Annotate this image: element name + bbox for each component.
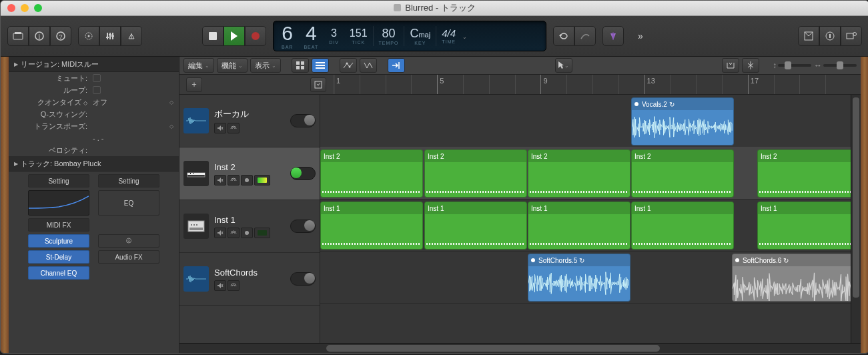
track-header[interactable]: Inst 1: [179, 200, 320, 253]
track-header[interactable]: Inst 2: [179, 147, 320, 200]
lcd-display[interactable]: 6BAR 4BEAT 3DIV 151TICK 80TEMPO CmajKEY …: [273, 21, 546, 51]
lcd-beat[interactable]: 4: [304, 23, 318, 43]
quantize-value[interactable]: オフ: [93, 97, 107, 107]
list-editors-button[interactable]: [798, 26, 819, 46]
vertical-scrollbar[interactable]: [851, 95, 861, 343]
loop-browser-button[interactable]: [841, 26, 862, 46]
grid-view-button[interactable]: [292, 58, 309, 73]
horizontal-scrollbar[interactable]: [179, 343, 861, 354]
region[interactable]: Inst 1: [528, 202, 630, 250]
midifx-slot[interactable]: MIDI FX: [28, 218, 89, 232]
loop-checkbox[interactable]: [93, 86, 101, 94]
toolbar-more-icon[interactable]: »: [630, 27, 650, 45]
play-button[interactable]: [224, 26, 245, 46]
mixer-button[interactable]: [99, 26, 121, 46]
lcd-bar[interactable]: 6: [282, 23, 293, 43]
smart-controls-button[interactable]: [78, 26, 99, 46]
track-header[interactable]: ボーカル: [179, 95, 320, 147]
functions-menu[interactable]: 機能⌄: [217, 58, 248, 73]
pointer-tool[interactable]: ⌄: [555, 58, 572, 73]
add-track-button[interactable]: ＋: [186, 77, 202, 92]
flex-button[interactable]: [360, 58, 377, 73]
track-name[interactable]: Inst 1: [214, 215, 285, 225]
track-on-off-toggle[interactable]: [290, 272, 316, 286]
stereo-slot[interactable]: ⦾: [98, 234, 159, 248]
eq-slot[interactable]: EQ: [98, 190, 159, 216]
editors-button[interactable]: [121, 26, 142, 46]
solo-button[interactable]: [228, 175, 240, 186]
mute-button[interactable]: [214, 228, 226, 238]
region[interactable]: SoftChords.6 ↻: [732, 254, 851, 302]
region[interactable]: Inst 1: [631, 202, 734, 250]
region-inspector-header[interactable]: ▶リージョン: MIDIスルー: [9, 57, 179, 72]
audiofx-slot[interactable]: Audio FX: [98, 250, 159, 264]
automation-button[interactable]: [340, 58, 357, 73]
region[interactable]: Inst 2: [320, 149, 423, 198]
region[interactable]: Inst 2: [424, 149, 527, 198]
lcd-dropdown-icon[interactable]: ⌄: [462, 34, 467, 40]
track-header[interactable]: SoftChords: [179, 253, 320, 306]
track-icon[interactable]: [183, 161, 209, 186]
track-on-off-toggle[interactable]: [290, 167, 316, 180]
region[interactable]: Inst 2: [528, 149, 630, 198]
replace-button[interactable]: [574, 26, 596, 46]
track-on-off-toggle[interactable]: [290, 220, 316, 233]
track-icon[interactable]: [183, 266, 209, 292]
global-tracks-button[interactable]: [310, 77, 326, 92]
fx-slot-1[interactable]: St-Delay: [28, 250, 89, 264]
track-on-off-toggle[interactable]: [290, 114, 316, 127]
arrange-area[interactable]: Vocals.2 ↻Inst 2Inst 2Inst 2Inst 2Inst 2…: [320, 95, 851, 343]
record-button[interactable]: [245, 26, 266, 46]
eq-thumbnail[interactable]: [28, 190, 89, 216]
lcd-key[interactable]: Cmaj: [410, 27, 430, 39]
list-view-button[interactable]: [312, 58, 329, 73]
mute-button[interactable]: [214, 280, 226, 291]
view-menu[interactable]: 表示⌄: [250, 58, 281, 73]
edit-menu[interactable]: 編集⌄: [183, 58, 214, 73]
solo-button[interactable]: [228, 228, 240, 238]
setting-slot[interactable]: Setting: [98, 174, 159, 188]
rec-enable-button[interactable]: [241, 228, 253, 238]
library-button[interactable]: [7, 26, 29, 46]
inspector-button[interactable]: i: [29, 26, 50, 46]
solo-button[interactable]: [228, 280, 240, 291]
region[interactable]: Inst 1: [424, 202, 527, 250]
track-name[interactable]: ボーカル: [214, 108, 285, 120]
region[interactable]: SoftChords.5 ↻: [528, 254, 630, 302]
cycle-button[interactable]: [553, 26, 574, 46]
notepad-button[interactable]: [819, 26, 841, 46]
snap-button[interactable]: [722, 58, 739, 73]
lcd-div[interactable]: 3: [329, 28, 339, 39]
align-button[interactable]: [742, 58, 759, 73]
horizontal-zoom-slider[interactable]: ↔: [814, 61, 857, 70]
lcd-timesig[interactable]: 4/4: [442, 28, 456, 38]
setting-slot[interactable]: Setting: [28, 174, 89, 188]
lcd-tempo[interactable]: 80: [379, 27, 399, 39]
rec-enable-button[interactable]: [241, 175, 253, 186]
track-name[interactable]: Inst 2: [214, 162, 285, 172]
tuner-button[interactable]: [602, 26, 624, 46]
region[interactable]: Vocals.2 ↻: [631, 97, 734, 145]
mute-button[interactable]: [214, 175, 226, 186]
region[interactable]: Inst 1: [320, 202, 423, 250]
region[interactable]: Inst 1: [757, 202, 851, 250]
instrument-slot[interactable]: Sculpture: [28, 234, 89, 248]
mute-checkbox[interactable]: [93, 74, 101, 82]
solo-button[interactable]: [228, 123, 240, 133]
region[interactable]: Inst 2: [631, 149, 734, 198]
track-icon[interactable]: [183, 108, 209, 133]
track-inspector-header[interactable]: ▶トラック: Bombay Pluck: [9, 156, 179, 171]
vertical-zoom-slider[interactable]: ↕: [773, 61, 811, 70]
mute-button[interactable]: [214, 123, 226, 133]
bar-ruler[interactable]: 1591317: [334, 75, 861, 94]
help-button[interactable]: ?: [50, 26, 71, 46]
lcd-tick[interactable]: 151: [350, 28, 368, 39]
stop-button[interactable]: [202, 26, 224, 46]
input-monitor-button[interactable]: [254, 175, 270, 186]
region[interactable]: Inst 2: [757, 149, 851, 198]
track-name[interactable]: SoftChords: [214, 268, 285, 278]
catch-button[interactable]: [388, 58, 405, 73]
transpose-value[interactable]: - . -: [93, 134, 104, 142]
track-icon[interactable]: [183, 214, 209, 239]
input-monitor-button[interactable]: [254, 228, 270, 238]
